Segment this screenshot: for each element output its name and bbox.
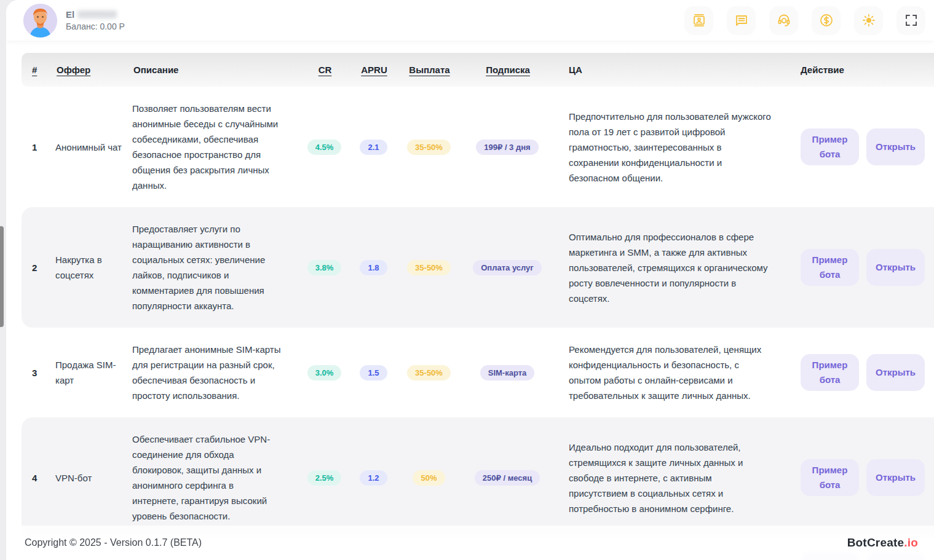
table-row: 1 Анонимный чат Позволяет пользователям … [22,87,934,207]
payout-cell: 35-50% [397,140,461,155]
subscription-badge: 250₽ / месяц [475,470,540,486]
offer-name: Продажа SIM-карт [55,357,132,388]
main-card: El Баланс: 0.00 Р [6,0,934,560]
payout-badge: 35-50% [407,260,451,275]
column-header-description: Описание [132,65,298,75]
column-header-action: Действие [790,65,934,75]
apru-cell: 1.8 [350,260,397,275]
example-bot-button[interactable]: Пример бота [801,459,859,496]
offers-table: # Оффер Описание CR APRU Выплата Подписк… [6,41,934,560]
offer-name: VPN-бот [55,470,132,486]
row-number: 1 [22,140,55,155]
cr-cell: 3.0% [298,365,350,381]
cr-badge: 2.5% [307,470,342,486]
table-body: 1 Анонимный чат Позволяет пользователям … [22,87,934,560]
payout-cell: 35-50% [397,365,461,381]
offer-description: Предлагает анонимные SIM-карты для регис… [132,342,298,403]
chat-icon [734,13,749,28]
topbar-icons [684,6,925,35]
row-number: 3 [22,365,55,381]
subscription-badge: SIM-карта [480,365,535,381]
row-number: 2 [22,260,55,275]
user-profile[interactable]: El Баланс: 0.00 Р [23,4,125,37]
fullscreen-icon [904,13,919,28]
support-button[interactable] [769,6,798,35]
table-row: 3 Продажа SIM-карт Предлагает анонимные … [22,328,934,417]
user-meta: El Баланс: 0.00 Р [66,9,125,31]
payout-cell: 35-50% [397,260,461,275]
open-button[interactable]: Открыть [866,459,925,496]
column-header-ta: ЦА [553,65,790,75]
cr-cell: 2.5% [298,470,350,486]
theme-sun-icon [861,13,876,28]
profile-card-icon [692,13,706,28]
cr-badge: 3.8% [307,260,342,275]
brand-suffix: .io [904,536,918,549]
target-audience: Рекомендуется для пользователей, ценящих… [553,342,790,403]
cr-cell: 4.5% [298,140,350,155]
example-bot-button[interactable]: Пример бота [801,249,859,286]
action-cell: Пример бота Открыть [790,249,934,286]
table-header: # Оффер Описание CR APRU Выплата Подписк… [22,53,934,87]
cr-badge: 3.0% [307,365,342,381]
avatar-illustration [23,4,57,37]
table-row: 4 VPN-бот Обеспечивает стабильное VPN-со… [22,417,934,538]
profile-card-button[interactable] [684,6,713,35]
subscription-cell: 199₽ / 3 дня [461,140,553,155]
copyright-text: Copyright © 2025 - Version 0.1.7 (BETA) [25,537,202,548]
cr-cell: 3.8% [298,260,350,275]
fullscreen-button[interactable] [896,6,925,35]
row-number: 4 [22,470,55,486]
theme-toggle-button[interactable] [854,6,883,35]
payout-badge: 50% [413,470,445,486]
column-header-offer[interactable]: Оффер [55,65,132,75]
subscription-badge: 199₽ / 3 дня [476,140,538,155]
offer-description: Обеспечивает стабильное VPN-соединение д… [132,432,298,524]
brand-name: BotCreate [847,536,904,549]
action-cell: Пример бота Открыть [790,128,934,165]
column-header-payout[interactable]: Выплата [408,65,449,75]
open-button[interactable]: Открыть [866,128,925,165]
user-name: El [66,9,74,20]
subscription-badge: Оплата услуг [473,260,542,275]
action-cell: Пример бота Открыть [790,459,934,496]
open-button[interactable]: Открыть [866,354,925,391]
target-audience: Оптимально для профессионалов в сфере ма… [553,229,790,306]
brand-logo: BotCreate.io [847,536,918,550]
offer-name: Накрутка в соцсетях [55,252,132,283]
column-header-apru[interactable]: APRU [360,65,387,75]
cr-badge: 4.5% [307,140,342,155]
avatar [23,4,57,37]
example-bot-button[interactable]: Пример бота [801,354,859,391]
column-header-cr[interactable]: CR [317,65,332,75]
column-header-num[interactable]: # [22,65,55,75]
target-audience: Предпочтительно для пользователей мужско… [553,109,790,186]
apru-badge: 1.5 [360,365,387,381]
subscription-cell: Оплата услуг [461,260,553,275]
apru-badge: 2.1 [360,140,387,155]
user-balance: Баланс: 0.00 Р [66,22,125,31]
payout-badge: 35-50% [407,140,451,155]
apru-cell: 1.5 [350,365,397,381]
offer-description: Предоставляет услуги по наращиванию акти… [132,221,298,314]
open-button[interactable]: Открыть [866,249,925,286]
chat-button[interactable] [727,6,756,35]
offer-description: Позволяет пользователям вести анонимные … [132,101,298,193]
apru-badge: 1.8 [360,260,387,275]
dollar-icon [819,13,834,28]
left-scrollbar[interactable] [0,226,4,327]
example-bot-button[interactable]: Пример бота [801,128,859,165]
apru-cell: 1.2 [350,470,397,486]
payout-badge: 35-50% [407,365,451,381]
apru-badge: 1.2 [360,470,387,486]
footer: Copyright © 2025 - Version 0.1.7 (BETA) … [6,526,934,560]
redacted-name-blur [77,10,117,18]
offer-name: Анонимный чат [55,140,132,155]
action-cell: Пример бота Открыть [790,354,934,391]
subscription-cell: SIM-карта [461,365,553,381]
column-header-subscription[interactable]: Подписка [485,65,530,75]
support-icon [777,13,791,28]
target-audience: Идеально подходит для пользователей, стр… [553,440,790,516]
dollar-button[interactable] [812,6,841,35]
topbar: El Баланс: 0.00 Р [6,0,934,41]
